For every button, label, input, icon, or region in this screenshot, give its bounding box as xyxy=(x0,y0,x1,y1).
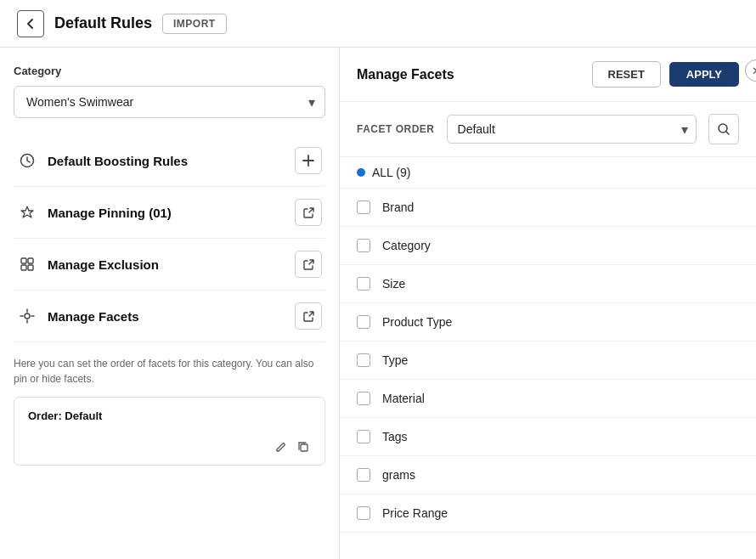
svg-rect-1 xyxy=(21,258,26,263)
facet-name-brand: Brand xyxy=(382,200,414,214)
facet-checkbox-brand[interactable] xyxy=(357,200,370,214)
boosting-label: Default Boosting Rules xyxy=(48,154,295,168)
facet-checkbox-product-type[interactable] xyxy=(357,315,370,329)
sidebar-item-facets[interactable]: Manage Facets xyxy=(14,291,325,342)
page-title: Default Rules xyxy=(54,14,152,32)
panel-actions: RESET APPLY xyxy=(592,61,740,88)
svg-rect-6 xyxy=(301,444,307,451)
open-pinning-button[interactable] xyxy=(295,199,322,226)
close-button[interactable]: ✕ xyxy=(745,59,756,82)
order-card: Order: Default xyxy=(14,397,325,466)
panel-title: Manage Facets xyxy=(357,67,454,82)
exclusion-icon xyxy=(17,254,37,274)
facet-name-size: Size xyxy=(382,277,405,291)
facet-name-type: Type xyxy=(382,353,408,367)
facet-name-tags: Tags xyxy=(382,430,408,443)
facet-checkbox-grams[interactable] xyxy=(357,468,370,482)
main-layout: Category Women's Swimwear ▾ Default Boos… xyxy=(0,48,756,559)
pinning-icon xyxy=(17,202,37,223)
facet-item-tags[interactable]: Tags xyxy=(340,418,756,456)
order-label: Order: Default xyxy=(28,409,311,422)
import-button[interactable]: IMPORT xyxy=(162,14,227,34)
boosting-icon xyxy=(17,150,37,171)
facet-item-brand[interactable]: Brand xyxy=(340,189,756,227)
facet-search-button[interactable] xyxy=(708,114,739,144)
svg-rect-3 xyxy=(21,265,26,270)
edit-order-button[interactable] xyxy=(274,439,289,455)
svg-rect-4 xyxy=(28,265,33,270)
open-exclusion-button[interactable] xyxy=(295,251,322,278)
facet-checkbox-tags[interactable] xyxy=(357,430,370,443)
facet-checkbox-type[interactable] xyxy=(357,353,370,367)
facet-item-size[interactable]: Size xyxy=(340,265,756,303)
facet-checkbox-category[interactable] xyxy=(357,239,370,252)
add-boosting-button[interactable] xyxy=(295,147,322,174)
svg-rect-2 xyxy=(28,258,33,263)
open-facets-button[interactable] xyxy=(295,302,322,330)
facet-name-category: Category xyxy=(382,239,431,252)
facet-order-select-wrap[interactable]: Default Alphabetical Count ▾ xyxy=(447,115,697,144)
header: Default Rules IMPORT xyxy=(0,0,756,48)
facet-order-row: FACET ORDER Default Alphabetical Count ▾ xyxy=(340,102,756,157)
sidebar-item-pinning[interactable]: Manage Pinning (01) xyxy=(14,187,325,239)
facets-label: Manage Facets xyxy=(48,309,295,324)
apply-button[interactable]: APPLY xyxy=(669,62,739,87)
order-card-actions xyxy=(28,439,311,455)
facet-item-type[interactable]: Type xyxy=(340,342,756,380)
facet-name-grams: grams xyxy=(382,468,415,482)
category-dropdown-wrap[interactable]: Women's Swimwear ▾ xyxy=(14,86,325,118)
sidebar-item-exclusion[interactable]: Manage Exclusion xyxy=(14,239,325,291)
facet-item-price-range[interactable]: Price Range xyxy=(340,494,756,533)
right-panel: Manage Facets RESET APPLY ✕ FACET ORDER … xyxy=(340,48,756,559)
facet-checkbox-material[interactable] xyxy=(357,392,370,405)
facet-checkbox-size[interactable] xyxy=(357,277,370,291)
panel-header: Manage Facets RESET APPLY ✕ xyxy=(340,48,756,102)
all-filter[interactable]: ALL (9) xyxy=(340,157,756,189)
copy-order-button[interactable] xyxy=(296,439,311,455)
facet-item-category[interactable]: Category xyxy=(340,227,756,265)
reset-button[interactable]: RESET xyxy=(592,61,661,88)
facet-name-material: Material xyxy=(382,392,425,405)
facet-order-select[interactable]: Default Alphabetical Count xyxy=(447,115,697,144)
order-value: Default xyxy=(65,409,102,422)
sidebar: Category Women's Swimwear ▾ Default Boos… xyxy=(0,48,340,559)
facet-name-price-range: Price Range xyxy=(382,506,448,520)
facet-item-grams[interactable]: grams xyxy=(340,456,756,494)
facet-item-material[interactable]: Material xyxy=(340,380,756,418)
facet-name-product-type: Product Type xyxy=(382,315,452,329)
exclusion-label: Manage Exclusion xyxy=(48,257,295,272)
facets-icon xyxy=(17,306,37,326)
facet-list: Brand Category Size Product Type Type Ma… xyxy=(340,189,756,559)
facet-item-product-type[interactable]: Product Type xyxy=(340,303,756,342)
back-button[interactable] xyxy=(17,10,44,37)
sidebar-item-boosting[interactable]: Default Boosting Rules xyxy=(14,135,325,187)
facet-order-label: FACET ORDER xyxy=(357,123,435,135)
info-text: Here you can set the order of facets for… xyxy=(14,356,325,387)
facet-checkbox-price-range[interactable] xyxy=(357,506,370,520)
category-select[interactable]: Women's Swimwear xyxy=(14,86,325,118)
svg-point-5 xyxy=(25,313,30,319)
category-label: Category xyxy=(14,65,325,77)
all-filter-label: ALL (9) xyxy=(372,166,410,179)
pinning-label: Manage Pinning (01) xyxy=(48,206,295,220)
active-filter-dot xyxy=(357,168,365,177)
